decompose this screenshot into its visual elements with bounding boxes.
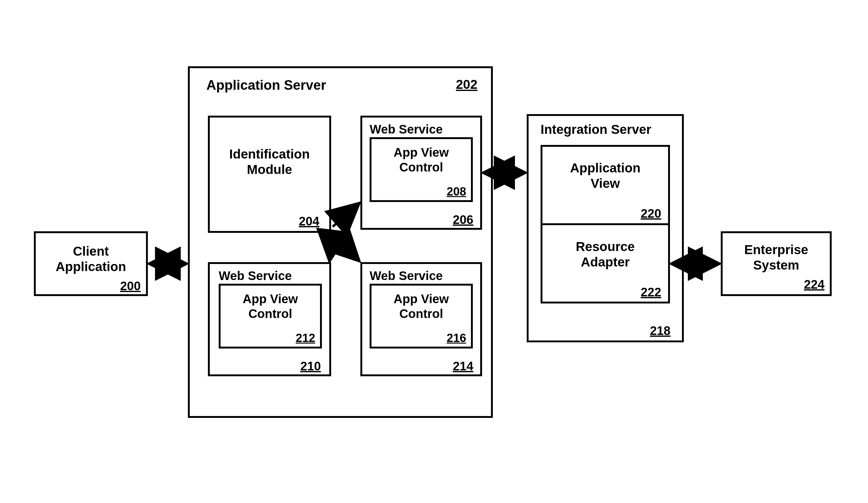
application-view-ref: 220 <box>641 207 661 221</box>
app-view-control-216-ref: 216 <box>447 332 466 345</box>
identification-module-label: Identification Module <box>208 147 331 178</box>
application-server-ref: 202 <box>456 77 477 92</box>
app-view-control-216-label: App View Control <box>370 291 473 321</box>
resource-adapter-ref: 222 <box>641 285 661 299</box>
integration-server-ref: 218 <box>650 324 671 338</box>
web-service-214-title: Web Service <box>370 268 471 283</box>
web-service-206-title: Web Service <box>370 122 471 137</box>
web-service-206-ref: 206 <box>453 213 473 227</box>
enterprise-system-label: Enterprise System <box>721 242 831 273</box>
resource-adapter-label: Resource Adapter <box>540 239 670 270</box>
app-view-control-208-label: App View Control <box>370 145 473 174</box>
client-application-ref: 200 <box>120 279 141 293</box>
integration-server-title: Integration Server <box>540 122 670 137</box>
identification-module-ref: 204 <box>299 214 319 228</box>
app-view-control-212-ref: 212 <box>296 332 315 345</box>
web-service-210-title: Web Service <box>219 268 320 283</box>
app-view-control-212-label: App View Control <box>219 291 322 321</box>
app-view-control-208-ref: 208 <box>447 185 466 198</box>
enterprise-system-ref: 224 <box>804 278 825 291</box>
client-application-label: Client Application <box>34 244 148 275</box>
web-service-214-ref: 214 <box>453 359 473 373</box>
web-service-210-ref: 210 <box>300 359 321 373</box>
application-server-title: Application Server <box>206 77 360 93</box>
application-view-label: Application View <box>540 160 670 192</box>
